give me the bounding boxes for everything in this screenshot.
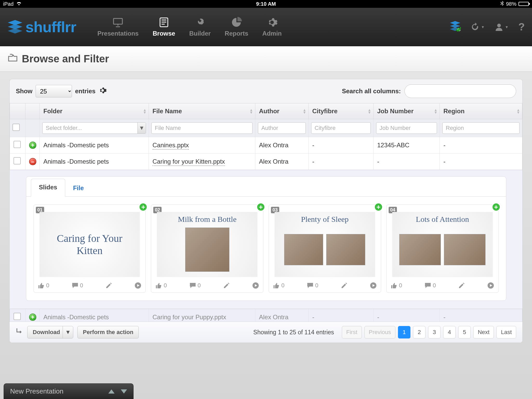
cell-file-link[interactable]: Caring for your Puppy.pptx [152,314,226,321]
nav-builder[interactable]: Builder [183,14,216,40]
page-number-button[interactable]: 5 [458,326,471,338]
add-slide-icon[interactable]: + [492,203,501,211]
page-size-select[interactable]: 25 [36,85,72,97]
ipad-status-bar: iPad 9:10 AM 98% [0,0,532,8]
tab-file[interactable]: File [65,180,91,196]
cell-job: - [374,154,440,170]
page-number-button[interactable]: 4 [443,326,456,338]
col-city[interactable]: Cityfibre▲▼ [309,103,374,119]
slide-card[interactable]: 02 + Milk from a Bottle 0 0 [151,204,263,293]
page-last-button[interactable]: Last [496,326,516,338]
play-icon[interactable] [252,282,259,289]
battery-percent: 98% [506,1,516,7]
job-filter-input[interactable] [376,122,437,134]
cell-author: Alex Ontra [255,137,309,154]
row-checkbox[interactable] [14,141,21,148]
region-filter-input[interactable] [442,122,520,134]
row-checkbox[interactable] [14,157,21,164]
cell-folder: Animals -Domestic pets [40,154,149,170]
search-input[interactable] [404,84,516,98]
row-checkbox[interactable] [14,313,21,320]
like-count[interactable]: 0 [391,282,402,289]
col-region[interactable]: Region▲▼ [440,103,522,119]
comment-count[interactable]: 0 [307,282,318,289]
edit-icon[interactable] [223,282,230,289]
nav-browse[interactable]: Browse [147,14,181,40]
like-count[interactable]: 0 [38,282,49,289]
like-count[interactable]: 0 [273,282,284,289]
add-slide-icon[interactable]: + [256,203,265,211]
edit-icon[interactable] [458,282,465,289]
slide-card[interactable]: 03 + Plenty of Sleep 0 0 [269,204,381,293]
bluetooth-icon [500,1,504,7]
table-row[interactable]: – Animals -Domestic pets Caring for your… [10,154,522,170]
comment-count[interactable]: 0 [189,282,201,289]
page-number-button[interactable]: 1 [398,326,410,338]
cell-file-link[interactable]: Canines.pptx [152,142,189,150]
download-button[interactable]: Download ▼ [27,326,73,338]
table-row[interactable]: + Animals -Domestic pets Canines.pptx Al… [10,137,522,154]
page-number-button[interactable]: 2 [413,326,425,338]
slide-thumbnail: Milk from a Bottle [157,212,257,277]
col-status[interactable] [25,103,40,119]
nav-reports-label: Reports [225,30,248,37]
chevron-up-icon[interactable] [108,389,115,394]
slide-card[interactable]: 04 + Lots of Attention 0 0 [386,204,499,293]
slide-card[interactable]: 01 + Caring for Your Kitten 0 0 [34,204,146,293]
play-icon[interactable] [487,282,494,289]
nav-help-icon[interactable]: ? [518,21,525,33]
cell-city: - [309,137,374,154]
comment-count[interactable]: 0 [424,282,436,289]
col-file[interactable]: File Name▲▼ [149,103,255,119]
play-icon[interactable] [135,282,141,289]
nav-user-icon[interactable]: ▼ [495,23,509,31]
author-filter-input[interactable] [258,122,306,134]
nav-admin[interactable]: Admin [257,14,288,40]
folder-filter-placeholder: Select folder... [46,125,82,131]
logo-stack-icon [7,20,23,34]
page-number-button[interactable]: 3 [428,326,441,338]
nav-refresh-icon[interactable]: ▼ [471,23,485,31]
comment-count[interactable]: 0 [72,282,83,289]
status-added-icon: + [29,142,36,149]
perform-action-button[interactable]: Perform the action [77,326,139,338]
file-filter-input[interactable] [151,122,252,134]
page-next-button[interactable]: Next [473,326,494,338]
folder-filter-select[interactable]: Select folder... ▼ [42,122,146,134]
nav-presentations[interactable]: Presentations [92,14,144,40]
edit-icon[interactable] [105,282,112,289]
chevron-down-icon[interactable]: ▼ [63,326,73,338]
chevron-down-icon[interactable] [121,389,127,394]
play-icon[interactable] [370,282,377,289]
status-removed-icon: – [29,158,36,165]
edit-icon[interactable] [341,282,348,289]
table-row[interactable]: + Animals -Domestic pets Caring for your… [10,309,522,322]
new-presentation-bar[interactable]: New Presentation [4,383,134,399]
add-slide-icon[interactable]: + [139,203,148,211]
page-first-button[interactable]: First [342,326,362,338]
folder-filter-icon [8,53,18,65]
col-checkbox[interactable] [10,103,25,119]
page-prev-button[interactable]: Previous [364,326,396,338]
col-folder[interactable]: Folder▲▼ [40,103,149,119]
chevron-down-icon: ▼ [137,123,146,134]
cell-file-link[interactable]: Caring for your Kitten.pptx [152,158,225,166]
battery-icon [518,2,529,6]
table-settings-icon[interactable] [99,87,107,96]
city-filter-input[interactable] [311,122,371,134]
like-count[interactable]: 0 [155,282,167,289]
cell-region: - [440,154,522,170]
add-slide-icon[interactable]: + [374,203,383,211]
slide-title: Milk from a Bottle [173,212,242,226]
panel-footer: Download ▼ Perform the action Showing 1 … [10,322,522,343]
nav-shufflrr-icon[interactable] [449,21,461,33]
slide-thumbnail: Lots of Attention [392,212,493,277]
tab-slides[interactable]: Slides [31,179,65,197]
col-job[interactable]: Job Number▲▼ [374,103,440,119]
cell-job: 12345-ABC [374,137,440,154]
nav-reports[interactable]: Reports [219,14,254,40]
entries-label: entries [75,88,96,95]
col-author[interactable]: Author▲▼ [255,103,309,119]
app-logo[interactable]: shufflrr [7,18,76,36]
select-all-checkbox[interactable] [12,124,20,131]
